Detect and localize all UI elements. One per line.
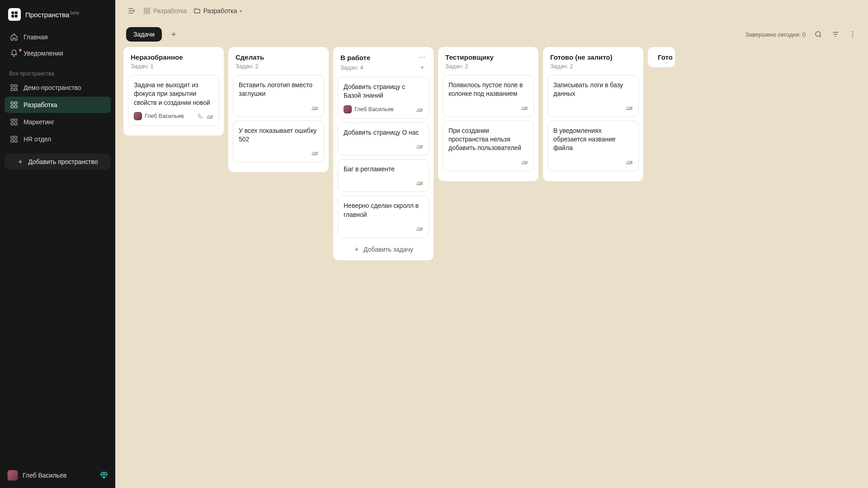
board-scroll[interactable]: НеразобранноеЗадач: 1Задача не выходит и… xyxy=(115,47,868,488)
snail-icon xyxy=(626,104,633,111)
task-card[interactable]: Добавить страницу с Базой знанийГлеб Вас… xyxy=(338,77,429,119)
breadcrumb-parent-label: Разработка xyxy=(153,7,187,14)
sidebar-space-item[interactable]: Демо-пространство xyxy=(5,80,111,96)
brand: Пространстваbeta xyxy=(0,0,115,26)
nav-home[interactable]: Главная xyxy=(5,29,111,45)
column-more-button[interactable] xyxy=(418,53,426,61)
completed-today-status: Завершено сегодня: 0 xyxy=(745,31,806,38)
column-title: Готово (не залито) xyxy=(550,53,612,61)
search-button[interactable] xyxy=(814,30,823,39)
svg-rect-18 xyxy=(11,140,13,142)
chevron-down-icon: ▾ xyxy=(240,9,242,14)
svg-rect-14 xyxy=(11,123,13,125)
column-title: В работе xyxy=(340,54,370,61)
task-title: У всех показывает ошибку 502 xyxy=(239,127,318,144)
snail-icon xyxy=(416,106,423,113)
svg-point-31 xyxy=(422,57,423,58)
user-avatar[interactable] xyxy=(7,470,18,481)
space-label: HR отдел xyxy=(24,136,51,143)
column-add-task-button[interactable] xyxy=(418,63,426,71)
snail-icon xyxy=(416,179,423,186)
svg-rect-13 xyxy=(15,119,17,121)
board-column-overflow[interactable]: Готово xyxy=(648,47,675,67)
brand-logo-icon xyxy=(8,8,21,21)
task-card[interactable]: Неверно сделан скролл в главной xyxy=(338,196,429,238)
svg-rect-11 xyxy=(15,106,17,108)
workspace-icon xyxy=(143,7,151,14)
workspace-icon xyxy=(10,135,18,143)
svg-point-32 xyxy=(424,57,425,58)
snail-icon xyxy=(626,158,633,165)
task-card[interactable]: При создании пространства нельзя добавит… xyxy=(443,121,534,171)
svg-rect-28 xyxy=(198,114,200,116)
svg-rect-10 xyxy=(11,106,13,108)
collapse-sidebar-button[interactable] xyxy=(126,5,137,16)
column-title: Готово xyxy=(651,53,672,61)
svg-rect-22 xyxy=(144,11,146,14)
column-task-count: Задач: 2 xyxy=(445,63,468,70)
task-card[interactable]: Записывать логи в базу данных xyxy=(547,75,639,117)
svg-rect-5 xyxy=(15,84,17,87)
task-card[interactable]: Добавить страницу О нас xyxy=(338,122,429,155)
bell-icon xyxy=(10,49,18,57)
breadcrumb-current[interactable]: Разработка ▾ xyxy=(193,7,242,14)
breadcrumb-current-label: Разработка xyxy=(203,7,237,14)
sidebar-space-item[interactable]: Разработка xyxy=(5,97,111,113)
task-title: Задача не выходит из фокуса при закрытии… xyxy=(134,81,213,107)
tabbar: Задачи Завершено сегодня: 0 xyxy=(115,22,868,47)
breadcrumb-parent[interactable]: Разработка xyxy=(143,7,187,14)
column-task-count: Задач: 2 xyxy=(236,63,259,70)
task-card[interactable]: Появилось пустое поле в колонке под назв… xyxy=(443,75,534,117)
svg-rect-6 xyxy=(11,89,13,91)
task-title: Баг в регламенте xyxy=(344,165,423,174)
board-column: НеразобранноеЗадач: 1Задача не выходит и… xyxy=(123,47,224,136)
svg-rect-12 xyxy=(11,119,13,121)
space-label: Демо-пространство xyxy=(24,84,81,91)
svg-rect-9 xyxy=(15,102,17,104)
tab-tasks[interactable]: Задачи xyxy=(126,27,162,42)
sidebar-space-item[interactable]: Маркетинг xyxy=(5,114,111,130)
snail-icon xyxy=(206,113,213,120)
home-icon xyxy=(10,33,18,41)
add-tab-button[interactable] xyxy=(167,28,180,41)
svg-point-26 xyxy=(852,34,853,35)
nav-notifications[interactable]: Уведомления xyxy=(5,45,111,61)
svg-point-27 xyxy=(852,36,853,37)
task-card[interactable]: Вставить логотип вместо заглушки xyxy=(233,75,324,117)
sidebar: Пространстваbeta Главная Уведомления Все… xyxy=(0,0,115,488)
premium-icon[interactable] xyxy=(100,471,108,479)
nav-label: Уведомления xyxy=(24,50,63,57)
assignee-name: Глеб Васильев xyxy=(354,106,394,113)
task-title: В уведомлениях обрезается название файла xyxy=(553,127,633,153)
task-card[interactable]: Задача не выходит из фокуса при закрытии… xyxy=(128,75,219,126)
column-title: Неразобранное xyxy=(131,53,183,61)
task-title: Вставить логотип вместо заглушки xyxy=(239,81,318,99)
add-space-button[interactable]: Добавить пространство xyxy=(5,154,111,170)
svg-rect-19 xyxy=(15,140,17,142)
task-card[interactable]: Баг в регламенте xyxy=(338,159,429,192)
assignee-avatar xyxy=(134,112,142,120)
more-menu-button[interactable] xyxy=(848,30,857,39)
add-task-button[interactable]: Добавить задачу xyxy=(338,241,429,254)
svg-rect-8 xyxy=(11,102,13,104)
snail-icon xyxy=(416,225,423,232)
svg-rect-7 xyxy=(15,89,17,91)
board-column: СделатьЗадач: 2Вставить логотип вместо з… xyxy=(228,47,329,172)
snail-icon xyxy=(521,104,528,111)
svg-rect-16 xyxy=(11,136,13,138)
sidebar-space-item[interactable]: HR отдел xyxy=(5,131,111,147)
task-title: Записывать логи в базу данных xyxy=(553,81,633,99)
notification-dot-icon xyxy=(19,49,22,52)
svg-rect-2 xyxy=(11,15,14,18)
column-task-count: Задач: 1 xyxy=(131,63,154,70)
task-card[interactable]: В уведомлениях обрезается название файла xyxy=(547,121,639,171)
task-card[interactable]: У всех показывает ошибку 502 xyxy=(233,121,324,163)
svg-rect-23 xyxy=(147,11,150,14)
board-column: ТестировщикуЗадач: 2Появилось пустое пол… xyxy=(438,47,538,181)
column-task-count: Задач: 4 xyxy=(340,64,363,71)
space-list: Демо-пространствоРазработкаМаркетингHR о… xyxy=(0,80,115,147)
svg-rect-0 xyxy=(11,11,14,14)
task-title: Добавить страницу О нас xyxy=(344,128,423,137)
svg-rect-21 xyxy=(147,8,150,10)
filter-button[interactable] xyxy=(831,30,840,39)
